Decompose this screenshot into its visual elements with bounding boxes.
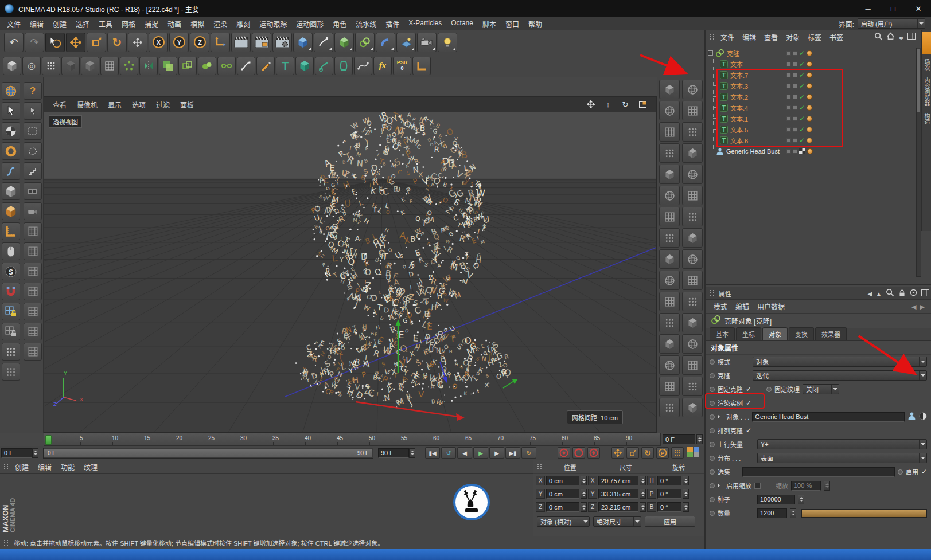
poly-select-icon[interactable] [24,142,42,160]
enabled-check-icon[interactable] [799,93,805,101]
pan-view-icon[interactable] [585,99,597,109]
render-visibility-dot[interactable] [793,105,797,110]
sweep-object[interactable] [315,57,333,75]
move-tool[interactable] [66,33,85,52]
render-visibility-dot[interactable] [793,116,797,121]
render-instance-checkbox[interactable] [746,399,751,407]
phong-tag-icon[interactable] [807,127,812,132]
object-preset-icon[interactable] [682,122,703,142]
stepper[interactable] [798,495,804,504]
undo[interactable]: ↶ [4,33,24,52]
mouse-icon[interactable] [2,242,20,260]
minimize-button[interactable]: ─ [855,0,881,17]
enabled-check-icon[interactable] [799,49,805,57]
object-preset-icon[interactable] [682,398,703,417]
extrude-object[interactable] [295,57,314,75]
viewport-menu-3[interactable]: 选项 [127,99,151,111]
editor-visibility-dot[interactable] [786,105,791,110]
object-preset-icon[interactable] [682,334,703,354]
key-scale[interactable] [626,447,639,459]
position-mode-dropdown[interactable]: 对象 (相对) [537,516,590,527]
size-y-field[interactable]: 33.315 cm [598,489,638,499]
main-menu-3[interactable]: 选择 [71,17,94,30]
main-menu-8[interactable]: 模拟 [186,17,209,30]
maximize-button[interactable]: □ [881,0,906,17]
attributes-menu-0[interactable]: 模式 [710,300,731,312]
object-manager-scrollbar[interactable] [916,48,921,277]
xpresso-editor[interactable]: fx [373,57,392,75]
lock-icon[interactable] [898,289,906,298]
help-icon[interactable]: ? [24,82,42,100]
enabled-check-icon[interactable] [799,115,805,123]
key-position[interactable] [611,447,624,459]
collapse-toggle[interactable] [708,50,713,56]
editor-visibility-dot[interactable] [786,116,791,121]
main-menu-18[interactable]: 脚本 [478,17,501,30]
main-menu-14[interactable]: 流水线 [351,17,381,30]
add-environment[interactable] [396,33,416,52]
goto-start[interactable]: ▮◀ [425,447,440,459]
object-preset-icon[interactable] [659,165,680,184]
size-x-field[interactable]: 20.757 cm [598,476,638,485]
main-menu-4[interactable]: 工具 [94,17,117,30]
object-preset-icon[interactable] [659,186,680,205]
object-row-child[interactable]: T文本.6 [706,135,913,146]
fix-texture-dropdown[interactable]: 关闭 [803,384,839,394]
render-visibility-dot[interactable] [793,62,797,66]
edit-render-settings[interactable] [272,33,292,52]
render-visibility-dot[interactable] [793,84,797,88]
redo[interactable]: ↷ [25,33,44,52]
play-forward[interactable]: ▶ [473,447,488,459]
perspective-viewport[interactable]: MNGUQASIOYWRIARPRPEANOCYORRHBRTTCYYCBSET… [44,96,657,433]
stepper[interactable] [683,502,689,512]
rect-select-icon[interactable] [24,122,42,140]
object-preset-icon[interactable] [659,228,680,248]
live-selection[interactable] [45,33,65,52]
forward-icon[interactable]: ▶ [920,303,925,311]
viewport-menu-2[interactable]: 显示 [103,99,127,111]
grid-lock-2-icon[interactable] [2,323,20,340]
up-icon[interactable]: ▲ [876,290,882,297]
camera-2-icon[interactable] [24,202,42,220]
rotation-b-field[interactable]: 0 ° [657,502,681,512]
object-preset-icon[interactable] [659,122,680,142]
render-visibility-dot[interactable] [793,51,797,56]
object-preset-icon[interactable] [682,228,703,248]
hatch-icon[interactable] [24,283,42,300]
active-layout-tab[interactable] [922,32,931,54]
phong-tag-icon[interactable] [807,50,812,56]
stepper[interactable] [640,476,646,485]
next-frame[interactable]: ▶ [489,447,504,459]
object-preset-icon[interactable] [659,334,680,354]
viewport-menu-5[interactable]: 面板 [175,99,199,111]
object-link-field[interactable]: Generic Head Bust [752,412,905,422]
hatch-icon[interactable] [24,242,42,260]
main-menu-10[interactable]: 雕刻 [232,17,255,30]
main-menu-17[interactable]: Octane [446,17,478,30]
array-object[interactable] [120,57,138,75]
loop-preview[interactable]: ↺ [441,447,456,459]
magnet-icon[interactable] [2,283,20,300]
cube-icon[interactable] [2,202,20,220]
anim-dot-icon[interactable] [710,483,715,488]
position-x-field[interactable]: 0 cm [546,476,579,485]
object-manager-menu-3[interactable]: 对象 [782,31,804,43]
stepper[interactable] [790,508,796,518]
object-row-root[interactable]: 克隆 [706,48,913,58]
connect-object[interactable] [217,57,236,75]
stepper[interactable] [683,476,689,485]
panel-grip-icon[interactable] [710,290,715,296]
render-visibility-dot[interactable] [793,127,797,132]
viewport-menu-4[interactable]: 过滤 [151,99,175,111]
render-visibility-dot[interactable] [793,149,797,154]
torus-icon[interactable] [2,142,20,160]
search-icon[interactable] [874,32,883,42]
object-preset-icon[interactable] [682,186,703,205]
current-frame-field[interactable]: 0 F [1,448,32,458]
polygons-mode[interactable] [81,57,99,75]
phong-tag-icon[interactable] [807,61,812,67]
spline-icon[interactable] [2,162,20,180]
object-manager-menu-5[interactable]: 书签 [825,31,847,43]
end-frame-stepper[interactable] [409,448,415,458]
object-preset-icon[interactable] [682,249,703,269]
